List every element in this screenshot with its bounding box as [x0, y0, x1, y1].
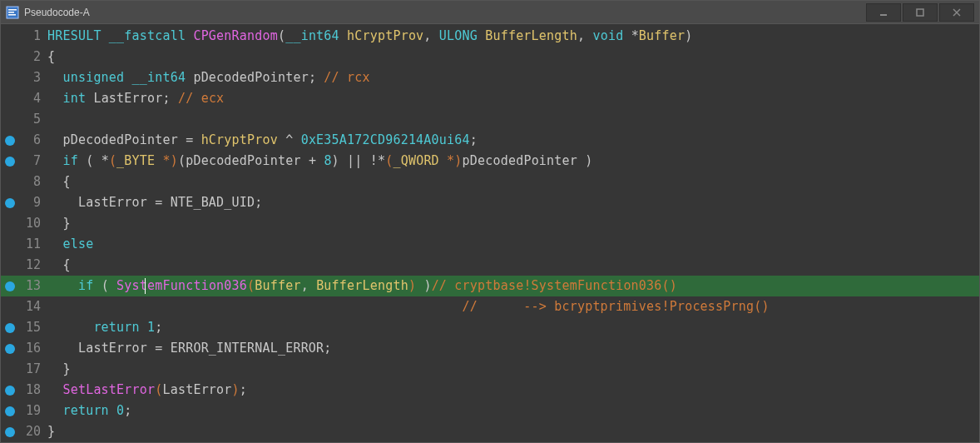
breakpoint-gutter[interactable] [1, 172, 19, 192]
breakpoint-gutter[interactable] [1, 234, 19, 255]
code-text[interactable]: return 0; [47, 401, 979, 421]
code-line[interactable]: 19 return 0; [1, 401, 979, 421]
line-number: 13 [19, 276, 47, 296]
code-line[interactable]: 4 int LastError; // ecx [1, 88, 979, 109]
line-number: 10 [19, 213, 47, 234]
breakpoint-icon[interactable] [5, 406, 15, 416]
breakpoint-gutter[interactable] [1, 26, 19, 47]
line-number: 6 [19, 130, 47, 151]
code-text[interactable]: SetLastError(LastError); [47, 380, 979, 401]
breakpoint-icon[interactable] [5, 281, 15, 291]
code-line[interactable]: 3 unsigned __int64 pDecodedPointer; // r… [1, 67, 979, 88]
code-editor[interactable]: 1HRESULT __fastcall CPGenRandom(__int64 … [1, 24, 979, 442]
titlebar[interactable]: Pseudocode-A [1, 1, 979, 24]
line-number: 3 [19, 67, 47, 88]
breakpoint-gutter[interactable] [1, 421, 19, 442]
breakpoint-gutter[interactable] [1, 296, 19, 317]
line-number: 5 [19, 109, 47, 130]
code-text[interactable]: } [47, 421, 979, 442]
line-number: 18 [19, 380, 47, 401]
code-line[interactable]: 14 // --> bcryptprimives!ProcessPrng() [1, 296, 979, 317]
code-text[interactable]: return 1; [47, 317, 979, 338]
line-number: 15 [19, 317, 47, 338]
breakpoint-icon[interactable] [5, 198, 15, 208]
breakpoint-gutter[interactable] [1, 213, 19, 234]
code-text[interactable]: unsigned __int64 pDecodedPointer; // rcx [47, 67, 979, 88]
app-icon [6, 6, 19, 19]
svg-rect-5 [917, 9, 923, 16]
code-text[interactable]: if ( SystemFunction036(Buffer, BufferLen… [47, 276, 979, 296]
line-number: 2 [19, 47, 47, 67]
breakpoint-icon[interactable] [5, 323, 15, 333]
code-text[interactable]: LastError = ERROR_INTERNAL_ERROR; [47, 338, 979, 359]
code-text[interactable] [47, 109, 979, 130]
code-line[interactable]: 11 else [1, 234, 979, 255]
svg-rect-2 [8, 12, 14, 13]
code-line[interactable]: 12 { [1, 255, 979, 276]
line-number: 7 [19, 151, 47, 172]
text-caret [145, 278, 146, 294]
pseudocode-window: Pseudocode-A 1HRESULT __fastcall CPGenRa… [0, 0, 980, 443]
code-text[interactable]: pDecodedPointer = hCryptProv ^ 0xE35A172… [47, 130, 979, 151]
line-number: 12 [19, 255, 47, 276]
code-line[interactable]: 16 LastError = ERROR_INTERNAL_ERROR; [1, 338, 979, 359]
code-text[interactable]: int LastError; // ecx [47, 88, 979, 109]
breakpoint-gutter[interactable] [1, 192, 19, 213]
code-text[interactable]: { [47, 47, 979, 67]
breakpoint-gutter[interactable] [1, 401, 19, 421]
line-number: 4 [19, 88, 47, 109]
code-line[interactable]: 5 [1, 109, 979, 130]
code-text[interactable]: { [47, 172, 979, 192]
breakpoint-gutter[interactable] [1, 380, 19, 401]
breakpoint-icon[interactable] [5, 427, 15, 437]
code-line[interactable]: 1HRESULT __fastcall CPGenRandom(__int64 … [1, 26, 979, 47]
close-button[interactable] [939, 3, 974, 22]
line-number: 17 [19, 359, 47, 380]
breakpoint-icon[interactable] [5, 157, 15, 167]
window-title: Pseudocode-A [24, 7, 90, 18]
line-number: 11 [19, 234, 47, 255]
code-text[interactable]: { [47, 255, 979, 276]
breakpoint-gutter[interactable] [1, 317, 19, 338]
code-text[interactable]: } [47, 359, 979, 380]
code-line[interactable]: 18 SetLastError(LastError); [1, 380, 979, 401]
code-text[interactable]: HRESULT __fastcall CPGenRandom(__int64 h… [47, 26, 979, 47]
code-line[interactable]: 2{ [1, 47, 979, 67]
code-line[interactable]: 7 if ( *(_BYTE *)(pDecodedPointer + 8) |… [1, 151, 979, 172]
code-text[interactable]: LastError = NTE_BAD_UID; [47, 192, 979, 213]
code-text[interactable]: if ( *(_BYTE *)(pDecodedPointer + 8) || … [47, 151, 979, 172]
line-number: 9 [19, 192, 47, 213]
code-line[interactable]: 13 if ( SystemFunction036(Buffer, Buffer… [1, 276, 979, 296]
breakpoint-gutter[interactable] [1, 88, 19, 109]
code-line[interactable]: 15 return 1; [1, 317, 979, 338]
code-line[interactable]: 8 { [1, 172, 979, 192]
breakpoint-icon[interactable] [5, 136, 15, 146]
breakpoint-gutter[interactable] [1, 67, 19, 88]
line-number: 14 [19, 296, 47, 317]
breakpoint-gutter[interactable] [1, 109, 19, 130]
maximize-button[interactable] [903, 3, 938, 22]
minimize-button[interactable] [866, 3, 901, 22]
svg-rect-1 [8, 9, 17, 11]
code-line[interactable]: 20} [1, 421, 979, 442]
breakpoint-gutter[interactable] [1, 151, 19, 172]
code-line[interactable]: 17 } [1, 359, 979, 380]
code-text[interactable]: else [47, 234, 979, 255]
breakpoint-gutter[interactable] [1, 130, 19, 151]
breakpoint-icon[interactable] [5, 386, 15, 396]
line-number: 1 [19, 26, 47, 47]
line-number: 16 [19, 338, 47, 359]
code-line[interactable]: 10 } [1, 213, 979, 234]
code-lines: 1HRESULT __fastcall CPGenRandom(__int64 … [1, 24, 979, 442]
breakpoint-gutter[interactable] [1, 255, 19, 276]
breakpoint-gutter[interactable] [1, 47, 19, 67]
breakpoint-gutter[interactable] [1, 359, 19, 380]
code-text[interactable]: } [47, 213, 979, 234]
line-number: 19 [19, 401, 47, 421]
breakpoint-gutter[interactable] [1, 276, 19, 296]
code-line[interactable]: 9 LastError = NTE_BAD_UID; [1, 192, 979, 213]
code-line[interactable]: 6 pDecodedPointer = hCryptProv ^ 0xE35A1… [1, 130, 979, 151]
breakpoint-gutter[interactable] [1, 338, 19, 359]
breakpoint-icon[interactable] [5, 344, 15, 354]
code-text[interactable]: // --> bcryptprimives!ProcessPrng() [47, 296, 979, 317]
